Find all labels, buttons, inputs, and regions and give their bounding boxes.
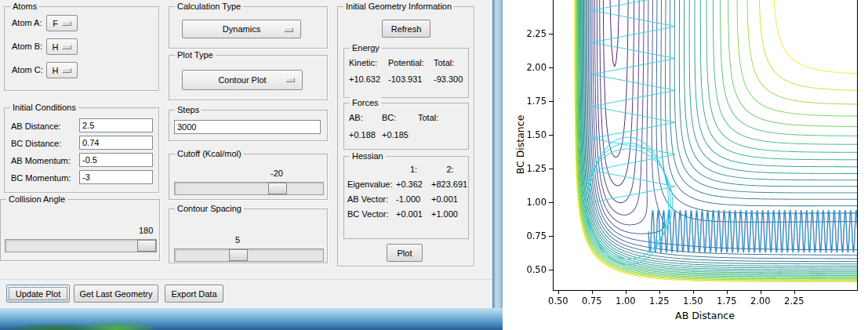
bc-momentum-input[interactable]	[79, 170, 153, 184]
cutoff-slider[interactable]	[174, 182, 324, 195]
x-tick-label: 1.25	[647, 296, 672, 306]
y-tick	[549, 169, 553, 169]
y-tick-label: 2.25	[521, 28, 547, 39]
geometry-info-title: Initial Geometry Information	[343, 1, 454, 12]
energy-value: -93.300	[434, 74, 467, 84]
ab-momentum-input[interactable]	[79, 153, 153, 167]
collision-angle-value: 180	[139, 226, 153, 235]
x-tick-label: 0.50	[546, 296, 571, 306]
x-tick	[558, 291, 559, 294]
dropdown-indicator-icon	[284, 27, 293, 32]
slider-handle[interactable]	[268, 183, 287, 194]
desktop-glimpse	[0, 308, 503, 330]
hessian-title: Hessian	[350, 150, 386, 161]
steps-group: Steps	[169, 110, 328, 141]
plot-type-title: Plot Type	[175, 49, 216, 60]
separator	[0, 279, 492, 280]
hessian-table: 1: 2: Eigenvalue: +0.362 +823.691 AB Vec…	[347, 165, 469, 219]
x-tick-label: 1.00	[613, 296, 638, 306]
y-tick	[549, 101, 553, 102]
hessian-value: +823.691	[431, 180, 469, 189]
x-tick-label: 1.75	[714, 296, 739, 306]
x-tick	[727, 291, 728, 294]
energy-title: Energy	[350, 42, 382, 53]
slider-handle[interactable]	[137, 240, 156, 252]
energy-table: Kinetic: Potential: Total: +10.632 -103.…	[349, 58, 467, 84]
y-tick	[549, 67, 553, 68]
window-border	[492, 0, 503, 308]
ab-distance-input[interactable]	[79, 118, 153, 132]
dropdown-indicator-icon	[62, 68, 71, 73]
energy-header: Potential:	[388, 58, 434, 67]
x-tick	[626, 291, 626, 294]
screen: Atoms Atom A: F Atom B: H Atom C: H Calc…	[0, 0, 868, 330]
contour-spacing-slider[interactable]	[174, 248, 324, 262]
steps-input[interactable]	[174, 120, 321, 134]
x-tick	[592, 291, 593, 294]
y-tick-label: 1.25	[521, 163, 547, 174]
forces-header: AB:	[349, 113, 382, 122]
hessian-row-label: AB Vector:	[347, 194, 396, 204]
contour-plot-canvas	[553, 0, 857, 290]
y-tick	[549, 202, 553, 203]
plot-button[interactable]: Plot	[387, 244, 423, 262]
update-plot-button[interactable]: Update Plot	[6, 285, 70, 303]
plot-type-group: Plot Type Contour Plot	[169, 55, 328, 100]
y-tick-label: 0.50	[521, 264, 547, 275]
plot-type-value: Contour Plot	[218, 75, 266, 85]
x-axis-label: AB Distance	[553, 310, 857, 321]
atoms-group-title: Atoms	[10, 1, 39, 12]
hessian-corner-cell	[347, 165, 396, 174]
refresh-button[interactable]: Refresh	[382, 20, 430, 38]
hessian-col-header: 1:	[396, 165, 431, 174]
bc-distance-input[interactable]	[79, 136, 153, 150]
calculation-type-title: Calculation Type	[175, 1, 243, 12]
dropdown-indicator-icon	[62, 21, 71, 26]
atom-a-value: F	[53, 19, 58, 28]
collision-angle-title: Collision Angle	[6, 194, 67, 205]
y-tick-label: 1.75	[521, 96, 547, 107]
hessian-value: +0.362	[396, 180, 431, 189]
y-tick	[549, 135, 553, 136]
initial-conditions-title: Initial Conditions	[10, 102, 78, 113]
hessian-value: +0.001	[396, 209, 431, 219]
y-tick-label: 2.00	[521, 62, 547, 73]
steps-title: Steps	[175, 104, 202, 115]
x-tick-label: 1.50	[681, 296, 706, 306]
hessian-value: +0.001	[431, 194, 469, 204]
hessian-col-header: 2:	[431, 165, 469, 174]
atom-b-select[interactable]: H	[46, 38, 78, 55]
calculation-type-select[interactable]: Dynamics	[182, 20, 301, 38]
cutoff-group: Cutoff (Kcal/mol) -20	[169, 154, 328, 200]
hessian-row-label: Eigenvalue:	[347, 180, 396, 189]
forces-header: BC:	[382, 113, 418, 122]
contour-spacing-title: Contour Spacing	[175, 203, 244, 214]
collision-angle-group: Collision Angle 180	[0, 199, 160, 261]
x-tick-label: 2.00	[748, 296, 773, 306]
cutoff-title: Cutoff (Kcal/mol)	[175, 148, 244, 159]
plot-type-select[interactable]: Contour Plot	[182, 70, 303, 90]
calculation-type-value: Dynamics	[223, 24, 260, 34]
x-tick	[693, 291, 694, 294]
y-tick	[549, 34, 553, 34]
export-data-button[interactable]: Export Data	[165, 285, 223, 303]
get-last-geometry-button[interactable]: Get Last Geometry	[74, 285, 158, 303]
forces-table: AB: BC: Total: +0.188 +0.185	[349, 113, 465, 140]
calculation-type-group: Calculation Type Dynamics	[169, 6, 328, 49]
hessian-value: +1.000	[431, 209, 469, 219]
slider-handle[interactable]	[229, 249, 248, 261]
forces-title: Forces	[350, 97, 381, 108]
forces-value: +0.185	[382, 130, 418, 140]
energy-header: Total:	[434, 58, 467, 67]
atom-c-label: Atom C:	[12, 65, 43, 74]
y-tick-label: 0.75	[521, 230, 547, 241]
forces-group: Forces AB: BC: Total: +0.188 +0.185	[343, 103, 469, 150]
atom-c-select[interactable]: H	[46, 62, 78, 78]
forces-header: Total:	[418, 113, 465, 122]
bc-distance-label: BC Distance:	[11, 139, 61, 148]
plot-window: AB Distance BC Distance 0.500.751.001.25…	[503, 0, 868, 330]
right-spine	[857, 0, 858, 291]
hessian-row-label: BC Vector:	[347, 209, 396, 219]
atom-a-select[interactable]: F	[46, 15, 78, 31]
collision-angle-slider[interactable]	[5, 239, 157, 252]
